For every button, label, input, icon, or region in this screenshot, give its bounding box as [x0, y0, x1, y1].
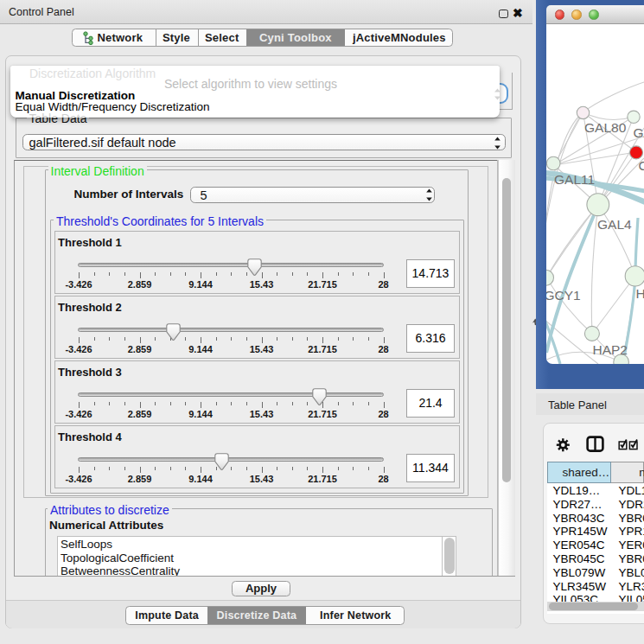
svg-text:H: H — [636, 285, 644, 300]
svg-text:C: C — [639, 157, 644, 172]
svg-text:HAP2: HAP2 — [593, 341, 628, 356]
svg-text:GAL80: GAL80 — [584, 119, 627, 134]
svg-text:GA: GA — [634, 124, 644, 139]
svg-text:GAL11: GAL11 — [554, 171, 595, 186]
svg-text:GAL4: GAL4 — [597, 216, 632, 231]
svg-text:GCY1: GCY1 — [546, 287, 581, 302]
